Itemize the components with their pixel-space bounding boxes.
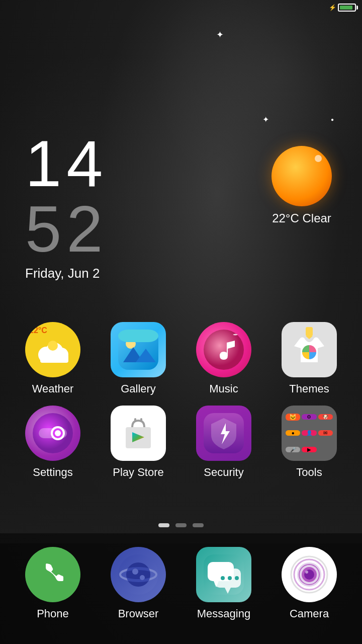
playstore-icon: [111, 406, 166, 461]
clock-widget: 14 52 Friday, Jun 2: [25, 131, 108, 281]
svg-point-4: [48, 341, 58, 351]
svg-point-32: [132, 569, 138, 575]
charging-icon: ⚡: [329, 4, 336, 11]
playstore-label: Play Store: [113, 466, 164, 479]
app-security[interactable]: Security: [186, 406, 261, 479]
messaging-icon: [196, 547, 251, 602]
svg-point-10: [204, 330, 244, 370]
svg-point-37: [221, 576, 225, 580]
weather-icon: 22°C: [25, 322, 80, 377]
camera-svg: [289, 554, 329, 595]
browser-svg: [118, 554, 158, 595]
app-playstore[interactable]: Play Store: [101, 406, 176, 479]
gallery-label: Gallery: [121, 382, 156, 395]
app-row-2: Settings: [15, 406, 347, 479]
star-2: ✦: [262, 115, 269, 124]
page-dot-3[interactable]: [193, 523, 204, 527]
weather-mini-temp: 22°C: [29, 326, 47, 335]
security-svg: [204, 413, 244, 453]
weather-label: Weather: [32, 382, 74, 395]
clock-minute: 52: [25, 196, 108, 262]
security-icon: [196, 406, 251, 461]
dock-phone[interactable]: Phone: [15, 547, 90, 620]
app-tools[interactable]: 🐱 ⚙ 🐶 ● 👤 ✉ 🎤 ▶ Tools: [272, 406, 347, 479]
playstore-svg: [118, 413, 158, 453]
phone-label: Phone: [37, 607, 69, 620]
dock-browser[interactable]: Browser: [101, 547, 176, 620]
sun-dot: [315, 155, 322, 162]
themes-label: Themes: [289, 382, 329, 395]
tools-icon: 🐱 ⚙ 🐶 ● 👤 ✉ 🎤 ▶: [282, 406, 337, 461]
battery-indicator: ⚡: [329, 4, 356, 12]
svg-point-28: [126, 562, 150, 587]
music-svg: [204, 330, 244, 370]
browser-label: Browser: [118, 607, 159, 620]
page-dot-1[interactable]: [158, 523, 169, 527]
app-gallery[interactable]: Gallery: [101, 322, 176, 395]
weather-sun-icon: [272, 146, 332, 206]
settings-label: Settings: [33, 466, 73, 479]
dock-camera[interactable]: Camera: [272, 547, 347, 620]
svg-rect-3: [40, 355, 68, 363]
music-icon: [196, 322, 251, 377]
battery-bar: [338, 4, 356, 12]
app-grid: 22°C Weather: [0, 322, 362, 489]
app-settings[interactable]: Settings: [15, 406, 90, 479]
messaging-svg: [204, 554, 244, 595]
browser-icon: [111, 547, 166, 602]
app-weather[interactable]: 22°C Weather: [15, 322, 90, 395]
weather-temp: 22°C Clear: [272, 211, 331, 225]
camera-label: Camera: [290, 607, 329, 620]
page-dots: [158, 523, 204, 527]
battery-fill: [340, 6, 352, 10]
tools-label: Tools: [296, 466, 322, 479]
clock-hour: 14: [25, 131, 108, 196]
star-3: ●: [331, 117, 334, 122]
app-row-1: 22°C Weather: [15, 322, 347, 395]
svg-rect-22: [134, 418, 136, 422]
page-dot-2[interactable]: [175, 523, 187, 527]
status-bar: ⚡: [302, 0, 362, 15]
dock: Phone: [0, 533, 362, 644]
app-music[interactable]: Music: [186, 322, 261, 395]
settings-svg: [33, 413, 73, 453]
security-label: Security: [204, 466, 243, 479]
svg-point-19: [55, 430, 61, 436]
dock-messaging[interactable]: Messaging: [186, 547, 261, 620]
svg-point-38: [228, 576, 232, 580]
svg-point-26: [33, 554, 73, 595]
gallery-svg: [118, 330, 158, 370]
star-1: ✦: [216, 29, 224, 40]
camera-icon: [282, 547, 337, 602]
svg-point-33: [140, 575, 145, 580]
phone-svg: [33, 554, 73, 595]
music-label: Music: [209, 382, 238, 395]
phone-icon: [25, 547, 80, 602]
messaging-label: Messaging: [197, 607, 250, 620]
settings-icon: [25, 406, 80, 461]
svg-rect-23: [140, 418, 142, 422]
themes-icon: [282, 322, 337, 377]
svg-rect-13: [306, 327, 313, 336]
svg-point-39: [235, 576, 239, 580]
weather-widget: 22°C Clear: [272, 146, 332, 225]
svg-rect-9: [118, 330, 158, 342]
cloud-svg: [35, 340, 70, 365]
gallery-icon: [111, 322, 166, 377]
themes-svg: [287, 327, 332, 372]
app-themes[interactable]: Themes: [272, 322, 347, 395]
clock-date: Friday, Jun 2: [25, 266, 108, 281]
svg-point-47: [305, 571, 308, 574]
